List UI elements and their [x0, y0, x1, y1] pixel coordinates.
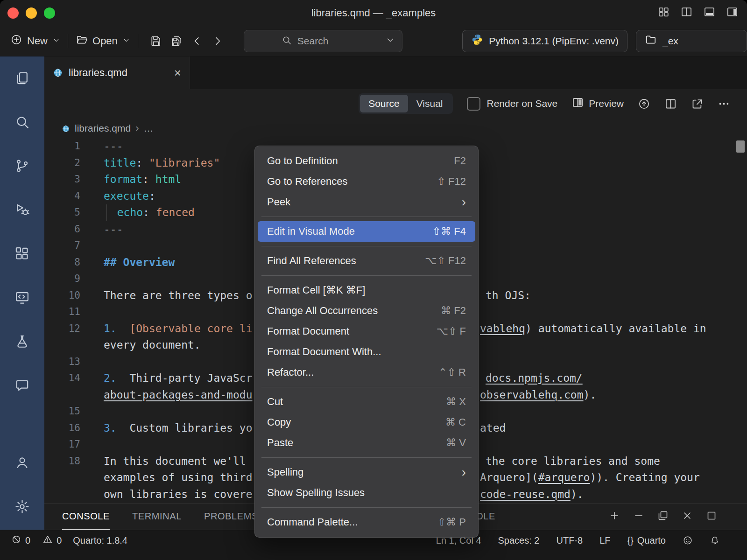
- menu-item-copy[interactable]: Copy⌘ C: [255, 412, 478, 433]
- menu-item-change-all-occurrences[interactable]: Change All Occurrences⌘ F2: [255, 301, 478, 321]
- close-icon[interactable]: ×: [174, 67, 181, 79]
- menu-item-show-spelling-issues[interactable]: Show Spelling Issues: [255, 483, 478, 503]
- search-input[interactable]: [296, 35, 350, 47]
- feedback-smiley-icon[interactable]: [683, 535, 693, 546]
- render-arrow-up-circle-icon[interactable]: [638, 98, 650, 110]
- restore-icon[interactable]: [657, 510, 669, 523]
- workspace-selector[interactable]: _ex: [636, 30, 747, 52]
- flask-icon: [14, 334, 30, 351]
- sidebar-item-run-debug[interactable]: [11, 199, 34, 222]
- search-box[interactable]: [244, 30, 402, 52]
- line-number: [44, 469, 80, 486]
- circle-plus-icon: [10, 34, 22, 49]
- scrollbar-thumb[interactable]: [736, 140, 745, 153]
- menu-item-label: Find All References: [267, 255, 419, 267]
- tab-source[interactable]: Source: [360, 95, 408, 112]
- split-columns-icon[interactable]: [680, 6, 693, 20]
- new-button-label: New: [27, 35, 48, 47]
- menu-separator: [261, 246, 472, 246]
- code-text: 1. [Observable core li: [104, 321, 253, 337]
- new-button[interactable]: New: [10, 34, 60, 49]
- breadcrumb-more[interactable]: …: [144, 123, 154, 134]
- save-button[interactable]: [150, 35, 162, 47]
- zoom-icon[interactable]: [44, 7, 55, 19]
- code-text: format: html: [104, 171, 181, 188]
- code-text: echo: fenced: [104, 204, 195, 221]
- menu-item-peek[interactable]: Peek›: [255, 192, 478, 212]
- code-token: ated: [480, 422, 506, 434]
- sidebar-item-devtools[interactable]: [11, 287, 34, 309]
- encoding-status[interactable]: UTF-8: [556, 535, 583, 546]
- problems-status[interactable]: 0 0: [11, 534, 62, 547]
- open-button[interactable]: Open: [76, 34, 130, 49]
- preview-label: Preview: [589, 98, 624, 109]
- open-external-icon[interactable]: [691, 98, 704, 110]
- panel-tab-problems[interactable]: PROBLEMS: [204, 504, 258, 530]
- menu-item-go-to-definition[interactable]: Go to DefinitionF2: [255, 151, 478, 171]
- sidebar-item-explorer[interactable]: [11, 68, 34, 90]
- menu-item-label: Go to References: [267, 175, 431, 188]
- sidebar-item-settings[interactable]: [11, 496, 34, 518]
- extensions-icon: [14, 246, 30, 263]
- back-button[interactable]: [191, 35, 203, 47]
- sidebar-item-source-control[interactable]: [11, 155, 34, 178]
- maximize-icon[interactable]: [706, 510, 717, 523]
- save-all-button[interactable]: [170, 35, 183, 47]
- menu-item-shortcut: ⌘ F2: [441, 305, 466, 317]
- sidebar-item-chat[interactable]: [11, 375, 34, 397]
- bell-icon[interactable]: [710, 535, 720, 546]
- menu-item-edit-in-visual-mode[interactable]: Edit in Visual Mode⇧⌘ F4: [258, 221, 475, 242]
- panel-tab-console[interactable]: CONSOLE: [62, 504, 110, 530]
- menu-item-cut[interactable]: Cut⌘ X: [255, 392, 478, 412]
- eol-status[interactable]: LF: [599, 535, 610, 546]
- breadcrumb-file[interactable]: libraries.qmd: [75, 123, 131, 134]
- line-number: 17: [44, 436, 80, 453]
- menu-item-command-palette[interactable]: Command Palette...⇧⌘ P: [255, 512, 478, 532]
- language-mode-status[interactable]: {} Quarto: [627, 535, 666, 546]
- sidebar-item-extensions[interactable]: [11, 243, 34, 266]
- sidebar-item-search[interactable]: [11, 112, 34, 134]
- more-actions-icon[interactable]: [718, 98, 730, 110]
- render-on-save-checkbox[interactable]: [467, 97, 480, 111]
- git-branch-icon: [14, 158, 30, 175]
- split-editor-icon[interactable]: [664, 98, 677, 110]
- close-icon[interactable]: [7, 7, 19, 19]
- minimize-icon[interactable]: [26, 7, 37, 19]
- menu-item-format-cell-k-f[interactable]: Format Cell [⌘K ⌘F]: [255, 280, 478, 301]
- tab-visual[interactable]: Visual: [408, 95, 451, 112]
- preview-button[interactable]: Preview: [571, 96, 624, 111]
- plus-icon[interactable]: [609, 510, 620, 523]
- menu-item-paste[interactable]: Paste⌘ V: [255, 433, 478, 453]
- sidebar-right-icon[interactable]: [726, 6, 739, 20]
- interpreter-selector[interactable]: Python 3.12.1 (PipEnv: .venv): [462, 30, 627, 52]
- code-token: Custom libraries yo: [117, 422, 253, 434]
- sidebar-item-account[interactable]: [11, 452, 34, 475]
- code-token: execute: [104, 190, 149, 202]
- forward-button[interactable]: [211, 35, 224, 47]
- code-token: code-reuse.qmd: [480, 488, 571, 500]
- menu-item-format-document-with[interactable]: Format Document With...: [255, 342, 478, 362]
- code-token: title: [104, 157, 136, 169]
- tab-libraries-qmd[interactable]: libraries.qmd ×: [44, 56, 190, 89]
- code-token: ).: [584, 389, 597, 401]
- code-token: )). Creating your: [590, 471, 699, 483]
- menu-item-format-document[interactable]: Format Document⌥⇧ F: [255, 321, 478, 342]
- menu-item-refactor[interactable]: Refactor...⌃⇧ R: [255, 362, 478, 383]
- close-icon[interactable]: [682, 510, 693, 523]
- panel-tab-terminal[interactable]: TERMINAL: [132, 504, 182, 530]
- code-token: There are three types o: [104, 289, 253, 301]
- menu-item-shortcut: ⌘ X: [446, 396, 466, 408]
- chevron-down-icon: [52, 35, 60, 47]
- minus-icon[interactable]: [633, 510, 644, 523]
- menu-item-find-all-references[interactable]: Find All References⌥⇧ F12: [255, 251, 478, 271]
- panel-bottom-icon[interactable]: [703, 6, 716, 20]
- chevron-down-icon: [122, 35, 130, 47]
- menu-item-spelling[interactable]: Spelling›: [255, 462, 478, 483]
- layout-grid-icon[interactable]: [657, 6, 670, 20]
- quarto-version-status[interactable]: Quarto: 1.8.4: [73, 535, 127, 546]
- panel-actions: [609, 510, 747, 523]
- menu-item-go-to-references[interactable]: Go to References⇧ F12: [255, 171, 478, 192]
- indentation-status[interactable]: Spaces: 2: [498, 535, 540, 546]
- code-token: 3.: [104, 422, 117, 434]
- sidebar-item-testing[interactable]: [11, 331, 34, 353]
